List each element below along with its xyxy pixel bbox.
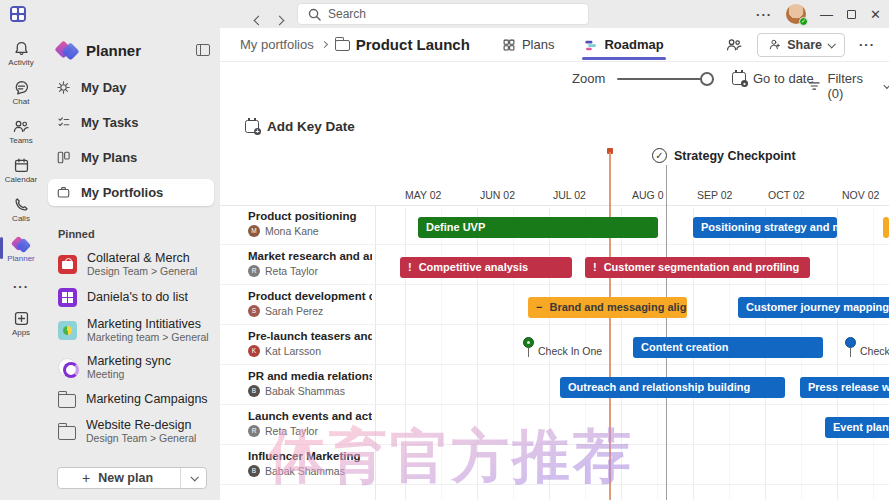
rail-label: Calendar	[5, 175, 37, 184]
rail-label: Calls	[12, 214, 30, 223]
owner-name: Kat Larsson	[265, 345, 321, 357]
search-icon	[308, 8, 321, 21]
sidebar-item-my-tasks[interactable]: My Tasks	[48, 109, 214, 136]
month-label: JUL 02	[553, 189, 586, 201]
rail-item-teams[interactable]: Teams	[0, 112, 42, 151]
tab-plans[interactable]: Plans	[500, 28, 557, 62]
new-plan-button[interactable]: + New plan	[57, 467, 207, 489]
title-bar: Search ··· ✓ — ✕	[0, 0, 889, 28]
pinned-section-header: Pinned	[42, 214, 220, 246]
share-label: Share	[787, 38, 822, 52]
task-bar-event-planning[interactable]: Event planning	[825, 417, 889, 438]
zoom-slider[interactable]	[617, 72, 714, 86]
calendar-icon	[13, 157, 30, 174]
priority-icon: !	[408, 261, 412, 273]
key-date-strategy-checkpoint[interactable]: ✓ Strategy Checkpoint	[652, 148, 796, 163]
task-bar-brand-messaging[interactable]: −Brand and messaging alignment	[528, 297, 687, 318]
search-placeholder: Search	[328, 7, 366, 21]
sidebar-item-my-portfolios[interactable]: My Portfolios	[48, 179, 214, 206]
rail-label: Apps	[12, 328, 30, 337]
task-bar-outreach[interactable]: Outreach and relationship building	[560, 377, 785, 398]
tab-roadmap[interactable]: Roadmap	[582, 28, 665, 62]
breadcrumb[interactable]: My portfolios	[240, 37, 314, 52]
titlebar-more-icon[interactable]: ···	[756, 7, 772, 22]
members-icon[interactable]	[725, 37, 743, 53]
sun-icon	[56, 80, 71, 95]
rail-item-chat[interactable]: Chat	[0, 73, 42, 112]
planner-logo-icon	[56, 40, 78, 60]
teams-logo-icon[interactable]	[10, 6, 26, 22]
rail-item-calendar[interactable]: Calendar	[0, 151, 42, 190]
pinned-item-collateral-merch[interactable]: Collateral & Merch Design Team > General	[42, 246, 220, 283]
sidebar-item-my-plans[interactable]: My Plans	[48, 144, 214, 171]
task-row-launch-events[interactable]: Launch events and activations RReta Tayl…	[248, 410, 372, 437]
owner-avatar: B	[248, 385, 260, 397]
task-bar-customer-segmentation[interactable]: !Customer segmentation and profiling	[585, 257, 810, 278]
pinned-item-title: Website Re-design	[86, 418, 196, 432]
rail-item-calls[interactable]: Calls	[0, 190, 42, 229]
phone-icon	[13, 196, 30, 213]
task-bar-positioning-strategy[interactable]: Positioning strategy and mess...	[693, 217, 837, 238]
checkpoint-line	[666, 165, 667, 500]
new-plan-dropdown[interactable]	[180, 468, 206, 488]
task-row-product-positioning[interactable]: Product positioning MMona Kane	[248, 210, 372, 237]
new-plan-label: New plan	[98, 471, 153, 485]
task-row-product-development[interactable]: Product development collab SSarah Perez	[248, 290, 372, 317]
folder-icon	[58, 394, 76, 408]
chevron-down-icon	[827, 40, 835, 48]
go-to-date-calendar-icon: •	[732, 72, 746, 85]
task-bar-content-creation[interactable]: Content creation	[633, 337, 823, 358]
task-name: Market research and analysis	[248, 250, 372, 262]
apps-icon	[13, 310, 30, 327]
forward-icon[interactable]	[276, 10, 283, 28]
month-label: OCT 02	[768, 189, 805, 201]
avatar[interactable]: ✓	[786, 4, 806, 24]
task-row-market-research[interactable]: Market research and analysis RReta Taylo…	[248, 250, 372, 277]
task-bar-define-uvp[interactable]: Define UVP	[418, 217, 658, 238]
milestone-label: Check In	[860, 345, 889, 357]
pinned-item-website-redesign[interactable]: Website Re-design Design Team > General	[42, 413, 220, 450]
month-label: JUN 02	[480, 189, 515, 201]
pinned-item-subtitle: Design Team > General	[87, 265, 197, 278]
share-button[interactable]: Share	[757, 33, 845, 57]
pinned-item-danielas-list[interactable]: Daniela's to do list	[42, 283, 220, 312]
rail-label: Chat	[13, 97, 30, 106]
rail-item-planner[interactable]: Planner	[0, 229, 42, 269]
pinned-item-marketing-initiatives[interactable]: Marketing Intitiatives Marketing team > …	[42, 312, 220, 349]
sidebar-item-my-day[interactable]: My Day	[48, 74, 214, 101]
zoom-slider-thumb[interactable]	[700, 72, 714, 86]
task-row-influencer-marketing[interactable]: Influencer Marketing BBabak Shammas	[248, 450, 372, 477]
roadmap-icon	[584, 38, 598, 52]
task-bar-press-release[interactable]: Press release writing	[800, 377, 889, 398]
go-to-date-button[interactable]: • Go to date	[732, 71, 814, 86]
plan-icon-merch	[58, 255, 77, 274]
rail-item-apps[interactable]: Apps	[0, 304, 42, 343]
roadmap-timeline: MAY 02 JUN 02 JUL 02 AUG 0 SEP 02 OCT 02…	[220, 95, 889, 500]
rail-label: Teams	[9, 136, 33, 145]
filter-icon	[808, 80, 821, 92]
owner-avatar: M	[248, 225, 260, 237]
planner-app: Search ··· ✓ — ✕ Activity Chat Teams Cal…	[0, 0, 889, 500]
sidebar-item-label: My Tasks	[81, 115, 139, 130]
task-bar-customer-journey[interactable]: Customer journey mapping	[738, 297, 889, 318]
search-input[interactable]: Search	[297, 3, 589, 25]
collapse-sidebar-icon[interactable]	[196, 44, 210, 56]
rail-item-activity[interactable]: Activity	[0, 34, 42, 73]
rail-more-icon[interactable]: ···	[0, 269, 42, 304]
minimize-icon[interactable]: —	[820, 7, 833, 22]
owner-avatar: R	[248, 265, 260, 277]
back-icon[interactable]	[255, 10, 262, 28]
pinned-item-title: Marketing Campaigns	[86, 392, 208, 406]
task-row-pre-launch-teasers[interactable]: Pre-launch teasers and cam... KKat Larss…	[248, 330, 372, 357]
task-bar-clipped[interactable]	[883, 217, 889, 238]
maximize-icon[interactable]	[847, 10, 856, 19]
owner-name: Reta Taylor	[265, 425, 318, 437]
plan-more-icon[interactable]: ···	[859, 37, 875, 52]
task-row-pr-media[interactable]: PR and media relations BBabak Shammas	[248, 370, 372, 397]
pinned-item-marketing-campaigns[interactable]: Marketing Campaigns	[42, 386, 220, 413]
task-name: Product development collab	[248, 290, 372, 302]
pinned-item-marketing-sync[interactable]: Marketing sync Meeting	[42, 349, 220, 386]
close-icon[interactable]: ✕	[870, 7, 881, 22]
task-bar-competitive-analysis[interactable]: !Competitive analysis	[400, 257, 572, 278]
plan-icon-initiatives	[58, 321, 77, 340]
